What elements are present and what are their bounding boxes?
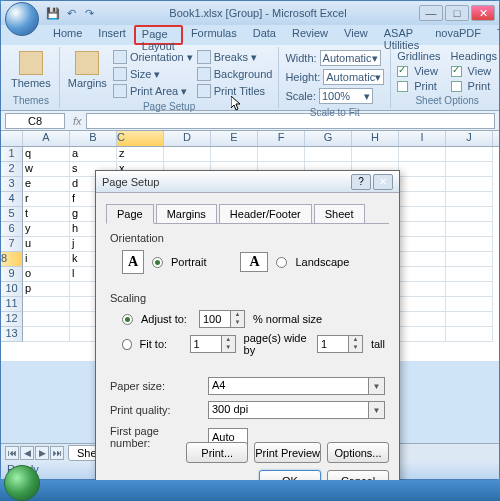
cell[interactable] [399, 222, 446, 237]
landscape-radio[interactable] [276, 257, 287, 268]
row-head[interactable]: 11 [1, 297, 23, 312]
background-button[interactable]: Background [195, 66, 275, 82]
gridlines-view-check[interactable]: View [395, 64, 442, 78]
tab-formulas[interactable]: Formulas [183, 25, 245, 45]
cell[interactable] [305, 147, 352, 162]
col-head[interactable]: I [399, 131, 446, 146]
cell[interactable]: y [23, 222, 70, 237]
print-button[interactable]: Print... [186, 442, 248, 463]
gridlines-print-check[interactable]: Print [395, 79, 442, 93]
prev-sheet-button[interactable]: ◀ [20, 446, 34, 460]
width-combo[interactable]: Automatic▾ [320, 50, 381, 66]
col-head[interactable]: C [117, 131, 164, 146]
cell[interactable] [399, 162, 446, 177]
tab-home[interactable]: Home [45, 25, 90, 45]
cell[interactable] [446, 162, 493, 177]
name-box[interactable]: C8 [5, 113, 65, 129]
margins-button[interactable]: Margins [64, 49, 111, 99]
cell[interactable] [446, 312, 493, 327]
cell[interactable] [446, 327, 493, 342]
cell[interactable] [446, 237, 493, 252]
last-sheet-button[interactable]: ⏭ [50, 446, 64, 460]
headings-view-check[interactable]: View [449, 64, 499, 78]
cell[interactable] [258, 147, 305, 162]
adjust-spinner[interactable]: ▲▼ [199, 310, 245, 328]
themes-button[interactable]: Themes [7, 49, 55, 91]
cell[interactable] [399, 267, 446, 282]
tab-team[interactable]: Team [489, 25, 500, 45]
first-sheet-button[interactable]: ⏮ [5, 446, 19, 460]
tab-insert[interactable]: Insert [90, 25, 134, 45]
row-head[interactable]: 10 [1, 282, 23, 297]
cell[interactable] [399, 312, 446, 327]
cell[interactable] [446, 192, 493, 207]
cell[interactable] [399, 252, 446, 267]
dialog-tab-headerfooter[interactable]: Header/Footer [219, 204, 312, 224]
fx-icon[interactable]: fx [73, 115, 82, 127]
close-button[interactable]: ✕ [471, 5, 495, 21]
row-head[interactable]: 1 [1, 147, 23, 162]
col-head[interactable]: H [352, 131, 399, 146]
cell[interactable] [446, 297, 493, 312]
cell[interactable] [446, 177, 493, 192]
cell[interactable] [446, 222, 493, 237]
cell[interactable] [23, 312, 70, 327]
minimize-button[interactable]: — [419, 5, 443, 21]
save-icon[interactable]: 💾 [45, 5, 61, 21]
office-button[interactable] [5, 2, 39, 36]
cell[interactable] [23, 327, 70, 342]
row-head[interactable]: 5 [1, 207, 23, 222]
col-head[interactable]: F [258, 131, 305, 146]
cell[interactable] [446, 282, 493, 297]
breaks-button[interactable]: Breaks ▾ [195, 49, 275, 65]
dialog-close-button[interactable]: ✕ [373, 174, 393, 190]
cell[interactable]: q [23, 147, 70, 162]
height-combo[interactable]: Automatic▾ [323, 69, 384, 85]
cell[interactable] [446, 147, 493, 162]
undo-icon[interactable]: ↶ [63, 5, 79, 21]
tab-page-layout[interactable]: Page Layout [134, 25, 183, 45]
orientation-button[interactable]: Orientation ▾ [111, 49, 195, 65]
cell[interactable]: w [23, 162, 70, 177]
col-head[interactable]: D [164, 131, 211, 146]
cell[interactable]: t [23, 207, 70, 222]
print-quality-select[interactable]: 300 dpi▼ [208, 401, 385, 419]
fit-wide-spinner[interactable]: ▲▼ [190, 335, 236, 353]
fit-radio[interactable] [122, 339, 132, 350]
cell[interactable] [399, 207, 446, 222]
cell[interactable] [399, 282, 446, 297]
cell[interactable] [446, 207, 493, 222]
paper-size-select[interactable]: A4▼ [208, 377, 385, 395]
printarea-button[interactable]: Print Area ▾ [111, 83, 195, 99]
tab-review[interactable]: Review [284, 25, 336, 45]
tab-data[interactable]: Data [245, 25, 284, 45]
row-head[interactable]: 4 [1, 192, 23, 207]
dialog-tab-sheet[interactable]: Sheet [314, 204, 365, 224]
col-head[interactable]: A [23, 131, 70, 146]
cell[interactable]: p [23, 282, 70, 297]
cell[interactable]: z [117, 147, 164, 162]
row-head[interactable]: 12 [1, 312, 23, 327]
tab-novapdf[interactable]: novaPDF [427, 25, 489, 45]
select-all[interactable] [1, 131, 23, 146]
redo-icon[interactable]: ↷ [81, 5, 97, 21]
size-button[interactable]: Size ▾ [111, 66, 195, 82]
cell[interactable] [446, 252, 493, 267]
cell[interactable] [352, 147, 399, 162]
cell[interactable]: a [70, 147, 117, 162]
cell[interactable]: e [23, 177, 70, 192]
preview-button[interactable]: Print Preview [254, 442, 321, 463]
cell[interactable]: r [23, 192, 70, 207]
scale-combo[interactable]: 100%▾ [319, 88, 373, 104]
col-head[interactable]: J [446, 131, 493, 146]
cell[interactable] [399, 177, 446, 192]
fit-tall-spinner[interactable]: ▲▼ [317, 335, 363, 353]
row-head[interactable]: 2 [1, 162, 23, 177]
col-head[interactable]: E [211, 131, 258, 146]
adjust-radio[interactable] [122, 314, 133, 325]
start-button[interactable] [4, 465, 40, 501]
tab-asap[interactable]: ASAP Utilities [376, 25, 427, 45]
headings-print-check[interactable]: Print [449, 79, 499, 93]
cell[interactable]: i [23, 252, 70, 267]
row-head[interactable]: 6 [1, 222, 23, 237]
